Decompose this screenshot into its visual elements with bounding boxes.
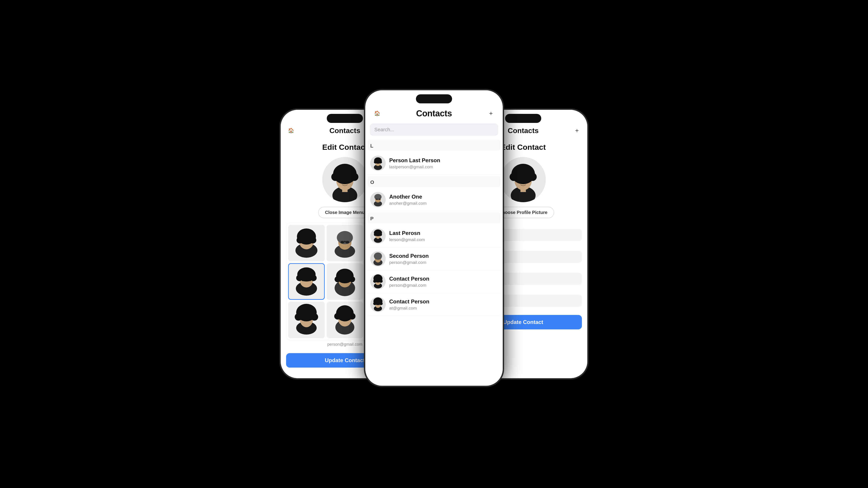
svg-point-46 (349, 276, 355, 282)
contact-item-person-last[interactable]: Person Last Person lastperson@gmail.com (368, 152, 500, 175)
svg-rect-122 (517, 180, 522, 183)
svg-rect-38 (302, 279, 306, 281)
svg-rect-91 (377, 235, 378, 236)
section-header-O: O (368, 176, 500, 187)
contact-avatar-svg-1 (370, 156, 385, 171)
contact-avatar-svg-6 (370, 297, 385, 312)
grid-item-7[interactable] (288, 302, 325, 338)
grid-avatar-8 (327, 302, 363, 338)
svg-rect-80 (376, 199, 378, 200)
svg-rect-75 (378, 162, 380, 163)
grid-avatar-2 (327, 225, 363, 261)
home-button-left[interactable]: 🏠 (286, 126, 296, 135)
contact-email-5: person@gmail.com (389, 283, 429, 288)
grid-avatar-5 (327, 263, 363, 300)
grid-item-5[interactable] (327, 263, 363, 300)
svg-point-45 (335, 276, 340, 282)
contact-email-6: at@gmail.com (389, 306, 429, 311)
contact-email-1: lastperson@gmail.com (389, 164, 440, 169)
contact-avatar-4 (370, 251, 385, 267)
dynamic-island-right (505, 114, 541, 123)
svg-rect-26 (346, 241, 349, 243)
contact-info-3: Last Perosn lerson@gmail.com (389, 230, 425, 242)
svg-point-9 (340, 166, 349, 175)
svg-rect-103 (376, 281, 378, 282)
contact-email-4: person@gmail.com (389, 260, 429, 265)
contact-item-contact-person-2[interactable]: Contact Person at@gmail.com (368, 293, 500, 316)
svg-point-110 (373, 302, 376, 305)
svg-rect-25 (340, 241, 344, 243)
contact-name-1: Person Last Person (389, 157, 440, 164)
grid-item-1[interactable] (288, 225, 325, 261)
contact-info-5: Contact Person person@gmail.com (389, 275, 429, 288)
profile-picture-left[interactable] (322, 157, 368, 202)
contact-item-second-person[interactable]: Second Person person@gmail.com (368, 248, 500, 270)
close-image-menu-button[interactable]: Close Image Menu (318, 207, 372, 218)
add-contact-button-right[interactable]: + (572, 126, 582, 135)
center-header-title: Contacts (416, 108, 452, 118)
contact-email-3: lerson@gmail.com (389, 237, 425, 242)
grid-item-8[interactable] (327, 302, 363, 338)
section-header-L: L (368, 140, 500, 151)
svg-rect-104 (379, 281, 381, 282)
contact-name-5: Contact Person (389, 275, 429, 282)
svg-rect-27 (344, 241, 345, 242)
contact-avatar-svg-2 (370, 192, 385, 207)
right-header-title: Contacts (508, 127, 539, 135)
grid-avatar-7 (288, 302, 325, 338)
contact-info-2: Another One anoher@gmail.com (389, 194, 427, 206)
add-contact-button-center[interactable]: + (486, 108, 496, 119)
svg-point-121 (519, 166, 528, 175)
svg-point-111 (379, 302, 383, 305)
svg-point-61 (349, 313, 355, 320)
svg-rect-123 (524, 180, 529, 183)
svg-rect-89 (376, 235, 377, 236)
svg-rect-105 (378, 281, 379, 282)
contact-name-3: Last Perosn (389, 230, 425, 236)
contacts-list: L (365, 138, 503, 386)
svg-point-79 (374, 194, 381, 200)
svg-rect-12 (344, 181, 346, 182)
svg-rect-74 (376, 162, 377, 163)
left-header-title: Contacts (329, 127, 360, 135)
svg-rect-10 (339, 180, 344, 183)
phones-container: 🏠 Contacts + Edit Contact (95, 18, 773, 470)
contact-info-4: Second Person person@gmail.com (389, 253, 429, 265)
svg-point-95 (374, 253, 382, 260)
svg-rect-90 (378, 235, 380, 236)
contact-avatar-svg-4 (370, 251, 385, 267)
contact-avatar-5 (370, 274, 385, 289)
contact-avatar-1 (370, 156, 385, 171)
search-input[interactable] (370, 124, 498, 136)
contact-name-6: Contact Person (389, 298, 429, 305)
home-button-center[interactable]: 🏠 (372, 108, 382, 119)
grid-item-4[interactable] (288, 263, 325, 300)
contact-item-last-perosn[interactable]: Last Perosn lerson@gmail.com (368, 225, 500, 248)
dynamic-island-left (327, 114, 363, 123)
section-header-P: P (368, 213, 500, 223)
contact-avatar-6 (370, 297, 385, 312)
contact-name-2: Another One (389, 194, 427, 200)
svg-rect-62 (340, 318, 344, 320)
contact-info-6: Contact Person at@gmail.com (389, 298, 429, 311)
dynamic-island-center (416, 94, 452, 103)
contact-email-2: anoher@gmail.com (389, 201, 427, 206)
contact-info-1: Person Last Person lastperson@gmail.com (389, 157, 440, 169)
svg-point-60 (334, 313, 341, 320)
svg-rect-124 (522, 181, 524, 182)
phone-center: 🏠 Contacts + L (364, 89, 504, 387)
svg-point-54 (295, 313, 302, 321)
contact-avatar-2 (370, 192, 385, 207)
svg-rect-40 (306, 279, 307, 281)
contact-item-contact-person[interactable]: Contact Person person@gmail.com (368, 270, 500, 293)
svg-point-55 (311, 313, 318, 321)
grid-item-2[interactable] (327, 225, 363, 261)
search-container (365, 122, 503, 138)
svg-rect-20 (307, 240, 311, 243)
svg-rect-81 (379, 199, 380, 200)
svg-rect-39 (307, 279, 311, 281)
avatar-svg-left (322, 157, 368, 202)
contact-item-another-one[interactable]: Another One anoher@gmail.com (368, 188, 500, 211)
profile-picture-right[interactable] (500, 157, 546, 202)
contact-name-4: Second Person (389, 253, 429, 259)
